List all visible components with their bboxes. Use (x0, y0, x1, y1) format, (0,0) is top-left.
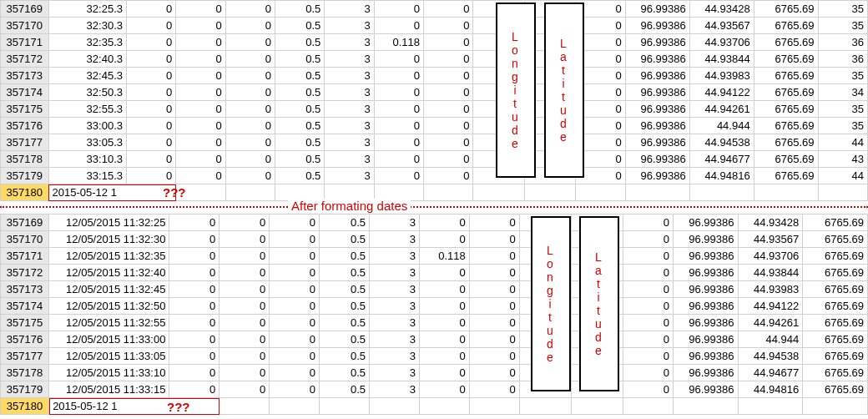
cell[interactable]: 36 (818, 34, 867, 51)
cell[interactable]: 0 (126, 68, 175, 84)
cell[interactable]: 0.5 (320, 281, 370, 298)
cell[interactable]: 0 (374, 1, 423, 18)
spreadsheet-bottom[interactable]: 35716912/05/2015 11:32:250000.5300096.99… (0, 214, 868, 415)
table-row[interactable]: 35717912/05/2015 11:33:150000.5300096.99… (1, 381, 868, 398)
cell[interactable]: 0 (469, 365, 519, 381)
cell[interactable]: 6765.69 (803, 348, 868, 365)
row-header[interactable]: 357179 (1, 168, 49, 184)
row-header[interactable]: 357169 (1, 1, 49, 18)
cell[interactable]: 3 (369, 265, 419, 281)
cell[interactable]: 12/05/2015 11:32:40 (49, 265, 169, 281)
cell[interactable]: 33:05.3 (48, 134, 126, 151)
cell[interactable]: 96.99386 (625, 51, 689, 68)
cell[interactable]: 32:45.3 (48, 68, 126, 84)
cell[interactable]: 0.5 (275, 134, 325, 151)
cell[interactable]: 0 (225, 51, 275, 68)
cell[interactable]: 6765.69 (754, 1, 818, 18)
cell[interactable]: 0 (220, 298, 270, 315)
cell[interactable]: 0 (225, 168, 275, 184)
cell[interactable] (673, 398, 738, 415)
cell[interactable]: 96.99386 (625, 134, 689, 151)
cell[interactable]: 0 (220, 331, 270, 348)
cell[interactable]: 0 (374, 151, 423, 168)
cell[interactable]: 3 (369, 365, 419, 381)
cell[interactable]: 0 (419, 348, 469, 365)
cell[interactable]: 44.94677 (738, 365, 803, 381)
cell[interactable]: 96.99386 (673, 381, 738, 398)
cell[interactable]: 32:25.3 (48, 1, 126, 18)
table-row[interactable]: 35717332:45.30000.5300096.9938644.939836… (1, 68, 868, 84)
cell[interactable]: 6765.69 (754, 134, 818, 151)
row-header[interactable]: 357171 (1, 34, 49, 51)
cell[interactable]: 6765.69 (754, 101, 818, 118)
table-row[interactable]: 35717833:10.30000.5300096.9938644.946776… (1, 151, 868, 168)
cell[interactable]: 0.118 (419, 248, 469, 265)
cell[interactable]: 0 (623, 231, 673, 248)
table-row[interactable]: 35717312/05/2015 11:32:450000.5300096.99… (1, 281, 868, 298)
cell[interactable] (803, 398, 868, 415)
cell[interactable]: 0 (270, 331, 320, 348)
cell[interactable]: 0 (270, 365, 320, 381)
cell[interactable] (320, 398, 370, 415)
cell[interactable] (571, 398, 623, 415)
cell[interactable]: 0 (126, 34, 175, 51)
cell[interactable]: 0 (270, 231, 320, 248)
cell[interactable]: 96.99386 (673, 215, 738, 231)
cell[interactable]: 0 (169, 381, 220, 398)
cell[interactable]: 0 (374, 134, 423, 151)
cell[interactable]: 0.5 (320, 231, 370, 248)
cell[interactable]: 96.99386 (625, 151, 689, 168)
cell[interactable]: 33:10.3 (48, 151, 126, 168)
cell[interactable]: 96.99386 (673, 348, 738, 365)
cell[interactable]: 0 (270, 348, 320, 365)
row-header[interactable]: 357172 (1, 265, 49, 281)
cell[interactable]: 0 (623, 215, 673, 231)
cell[interactable]: 44.944 (738, 331, 803, 348)
cell[interactable]: 0 (469, 298, 519, 315)
cell[interactable] (220, 398, 270, 415)
cell[interactable]: 0.5 (275, 101, 325, 118)
cell[interactable]: 0 (126, 101, 175, 118)
cell[interactable]: 0 (424, 18, 473, 34)
cell[interactable]: 0 (176, 1, 225, 18)
cell[interactable]: 0.5 (275, 18, 325, 34)
cell[interactable]: 6765.69 (754, 84, 818, 101)
cell[interactable]: 44 (818, 134, 867, 151)
cell[interactable]: 96.99386 (673, 265, 738, 281)
cell[interactable]: 96.99386 (625, 118, 689, 134)
cell[interactable] (689, 184, 754, 201)
cell[interactable]: 0.5 (320, 348, 370, 365)
cell[interactable]: 0 (469, 331, 519, 348)
table-row[interactable]: 3571802015-05-12 1 (1, 398, 868, 415)
cell[interactable]: 0 (220, 215, 270, 231)
cell[interactable]: 0 (220, 281, 270, 298)
cell[interactable]: 12/05/2015 11:33:05 (49, 348, 169, 365)
cell[interactable]: 96.99386 (673, 281, 738, 298)
cell[interactable]: 6765.69 (754, 168, 818, 184)
cell[interactable]: 6765.69 (803, 365, 868, 381)
cell[interactable]: 6765.69 (754, 34, 818, 51)
cell[interactable]: 0 (126, 18, 175, 34)
cell[interactable]: 0 (424, 101, 473, 118)
table-row[interactable]: 35717012/05/2015 11:32:300000.5300096.99… (1, 231, 868, 248)
cell[interactable]: 3 (325, 134, 374, 151)
cell[interactable]: 0.5 (320, 315, 370, 331)
table-row[interactable]: 35717212/05/2015 11:32:400000.5300096.99… (1, 265, 868, 281)
cell[interactable]: 0 (419, 365, 469, 381)
cell[interactable]: 0 (176, 168, 225, 184)
cell[interactable]: 0 (623, 281, 673, 298)
cell[interactable] (818, 184, 867, 201)
table-row[interactable]: 35716912/05/2015 11:32:250000.5300096.99… (1, 215, 868, 231)
cell[interactable]: 0 (176, 101, 225, 118)
cell[interactable]: 0 (424, 51, 473, 68)
cell[interactable]: 0 (374, 101, 423, 118)
row-header[interactable]: 357178 (1, 365, 49, 381)
cell[interactable]: 96.99386 (673, 315, 738, 331)
cell[interactable]: 35 (818, 68, 867, 84)
spreadsheet-top[interactable]: 35716932:25.30000.5300096.9938644.934286… (0, 0, 868, 201)
table-row[interactable]: 35717933:15.30000.5300096.9938644.948166… (1, 168, 868, 184)
cell[interactable]: 3 (325, 168, 374, 184)
row-header[interactable]: 357180 (1, 184, 49, 201)
cell[interactable]: 96.99386 (625, 1, 689, 18)
cell[interactable]: 0 (469, 348, 519, 365)
